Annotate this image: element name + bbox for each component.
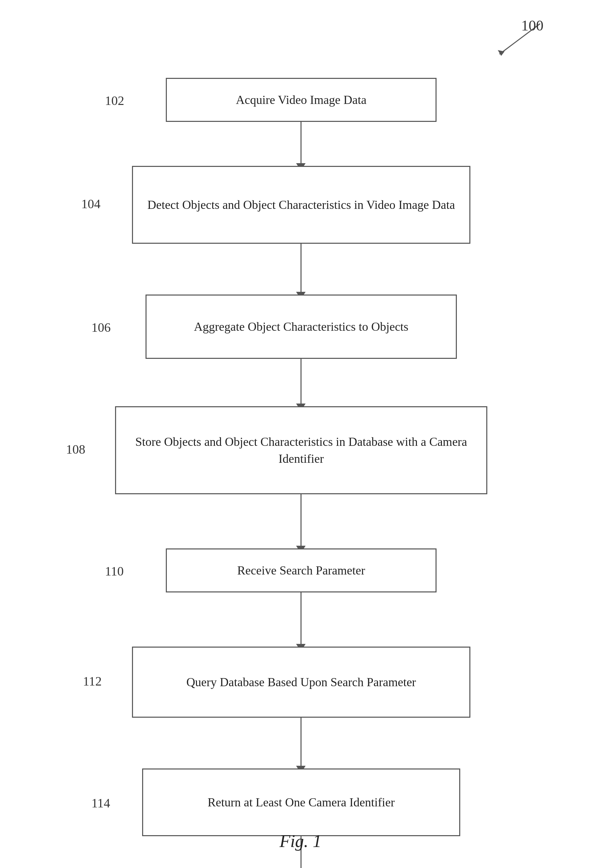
step-label-112: 112 [83, 674, 102, 689]
flow-box-114: Return at Least One Camera Identifier [142, 769, 460, 836]
flow-box-106: Aggregate Object Characteristics to Obje… [145, 295, 457, 359]
diagram-container: 100 102 Acquire Video Image Data 104 Det… [0, 0, 601, 868]
step-label-104: 104 [81, 196, 101, 211]
flow-box-110: Receive Search Parameter [166, 549, 436, 593]
step-label-110: 110 [105, 564, 124, 579]
step-label-108: 108 [66, 442, 85, 457]
flow-box-112: Query Database Based Upon Search Paramet… [132, 646, 470, 718]
diagram-number: 100 [521, 17, 543, 34]
flow-box-104: Detect Objects and Object Characteristic… [132, 166, 470, 244]
flow-box-102: Acquire Video Image Data [166, 78, 436, 122]
arrow-5 [300, 593, 302, 646]
flow-box-108: Store Objects and Object Characteristics… [115, 406, 487, 494]
arrow-2 [300, 244, 302, 295]
arrow-3 [300, 359, 302, 406]
step-label-114: 114 [92, 796, 110, 810]
arrow-1 [300, 122, 302, 166]
step-label-102: 102 [105, 93, 124, 108]
arrow-4 [300, 494, 302, 549]
arrow-6 [300, 718, 302, 769]
step-label-106: 106 [92, 320, 111, 335]
figure-label: Fig. 1 [279, 831, 322, 851]
